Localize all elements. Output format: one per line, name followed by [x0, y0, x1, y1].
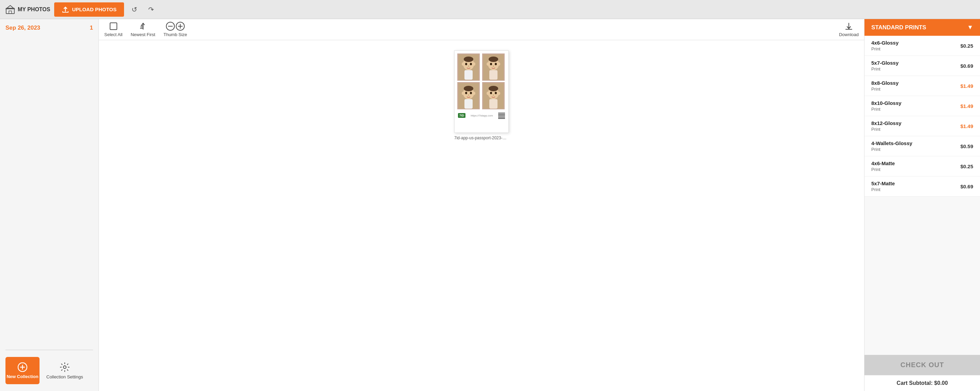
- svg-point-16: [470, 63, 472, 65]
- svg-point-41: [488, 86, 498, 91]
- print-type: Print: [871, 106, 901, 112]
- select-all-label: Select All: [104, 32, 123, 37]
- print-name: 4x6-Glossy: [871, 40, 899, 46]
- newest-first-button[interactable]: Newest First: [130, 22, 155, 37]
- print-info: 4x6-Glossy Print: [871, 40, 899, 51]
- new-collection-label: New Collection: [6, 374, 38, 379]
- cart-subtotal: Cart Subtotal: $0.00: [864, 375, 980, 391]
- svg-rect-1: [9, 11, 11, 14]
- photo-cell-4: [482, 82, 505, 109]
- photo-grid-inner: [457, 54, 506, 109]
- top-bar: MY PHOTOS UPLOAD PHOTOS ↺ ↷: [0, 0, 980, 19]
- refresh-icon: ↺: [132, 6, 137, 13]
- collection-settings-button[interactable]: Collection Settings: [46, 362, 83, 380]
- left-sidebar: Sep 26, 2023 1 New Collection Collection…: [0, 19, 99, 391]
- photo-cell-2: [482, 54, 505, 81]
- baby-photo-3: [458, 83, 479, 109]
- plus-circle-icon: [18, 362, 27, 372]
- svg-point-23: [488, 57, 498, 62]
- right-panel: STANDARD PRINTS ▼ 4x6-Glossy Print $0.25…: [864, 19, 980, 391]
- print-item[interactable]: 8x12-Glossy Print $1.49: [864, 116, 980, 136]
- download-button[interactable]: Download: [839, 22, 859, 37]
- new-collection-button[interactable]: New Collection: [5, 357, 40, 384]
- photo-filename: 7id-app-us-passport-2023-09...: [454, 135, 509, 140]
- standard-prints-label: STANDARD PRINTS: [871, 24, 926, 31]
- svg-point-26: [493, 65, 494, 67]
- print-item[interactable]: 4x6-Matte Print $0.25: [864, 156, 980, 176]
- checkbox-icon: [109, 22, 118, 31]
- svg-rect-36: [465, 99, 473, 109]
- plus-icon: [176, 22, 185, 31]
- refresh-button[interactable]: ↺: [128, 3, 141, 16]
- print-price: $1.49: [960, 123, 973, 129]
- baby-photo-2: [483, 54, 504, 80]
- print-name: 4x6-Matte: [871, 161, 895, 166]
- print-type: Print: [871, 67, 899, 72]
- print-name: 5x7-Glossy: [871, 60, 899, 66]
- print-info: 4-Wallets-Glossy Print: [871, 140, 912, 152]
- collection-settings-label: Collection Settings: [46, 374, 83, 380]
- svg-point-12: [462, 62, 465, 66]
- print-type: Print: [871, 167, 895, 172]
- sort-icon: [139, 22, 148, 31]
- print-price: $0.59: [960, 143, 973, 149]
- print-name: 8x12-Glossy: [871, 120, 901, 126]
- select-all-button[interactable]: Select All: [104, 22, 123, 37]
- svg-rect-6: [140, 27, 143, 27]
- svg-point-17: [468, 65, 469, 67]
- photo-url: https://7idapp.com: [466, 114, 498, 117]
- svg-rect-5: [141, 25, 143, 26]
- photo-logo: 7ID: [458, 113, 466, 118]
- print-item[interactable]: 8x8-Glossy Print $1.49: [864, 76, 980, 96]
- svg-point-15: [465, 63, 467, 65]
- svg-point-43: [495, 92, 497, 94]
- print-item[interactable]: 5x7-Matte Print $0.69: [864, 176, 980, 197]
- minus-icon: [166, 22, 175, 31]
- svg-point-44: [493, 94, 494, 95]
- checkout-label: CHECK OUT: [900, 361, 944, 369]
- chevron-down-icon: ▼: [967, 24, 973, 31]
- upload-photos-button[interactable]: UPLOAD PHOTOS: [54, 2, 124, 17]
- home-icon: [5, 5, 15, 14]
- standard-prints-button[interactable]: STANDARD PRINTS ▼: [864, 19, 980, 36]
- photo-cell-3: [457, 82, 480, 109]
- photo-cell-1: [457, 54, 480, 81]
- print-info: 8x10-Glossy Print: [871, 100, 901, 112]
- svg-point-35: [468, 94, 469, 95]
- checkout-button[interactable]: CHECK OUT: [864, 355, 980, 375]
- svg-point-22: [498, 62, 500, 66]
- svg-rect-27: [489, 70, 498, 80]
- photo-item[interactable]: 7ID https://7idapp.com 7id-app-us-passpo…: [454, 51, 509, 140]
- svg-point-21: [487, 62, 489, 66]
- center-content: Select All Newest First: [99, 19, 864, 391]
- sidebar-bottom: New Collection Collection Settings: [5, 350, 93, 391]
- newest-first-label: Newest First: [130, 32, 155, 37]
- thumb-size-label: Thumb Size: [164, 32, 187, 37]
- download-label: Download: [839, 32, 859, 37]
- print-name: 8x8-Glossy: [871, 80, 899, 86]
- svg-rect-18: [465, 70, 473, 80]
- download-icon: [845, 22, 853, 31]
- print-info: 8x8-Glossy Print: [871, 80, 899, 92]
- toolbar-right: Download: [839, 22, 859, 37]
- print-price: $0.69: [960, 184, 973, 189]
- print-type: Print: [871, 46, 899, 51]
- print-item[interactable]: 4x6-Glossy Print $0.25: [864, 36, 980, 56]
- print-name: 5x7-Matte: [871, 181, 895, 186]
- print-price: $0.25: [960, 164, 973, 169]
- print-name: 4-Wallets-Glossy: [871, 140, 912, 146]
- print-item[interactable]: 5x7-Glossy Print $0.69: [864, 56, 980, 76]
- print-type: Print: [871, 127, 901, 132]
- my-photos-button[interactable]: MY PHOTOS: [5, 5, 50, 14]
- print-type: Print: [871, 86, 899, 92]
- print-item[interactable]: 4-Wallets-Glossy Print $0.59: [864, 136, 980, 156]
- share-button[interactable]: ↷: [145, 3, 158, 16]
- svg-point-40: [498, 92, 500, 95]
- print-item[interactable]: 8x10-Glossy Print $1.49: [864, 96, 980, 116]
- qr-code: [498, 112, 505, 119]
- gear-icon: [60, 362, 70, 372]
- svg-point-33: [465, 92, 467, 94]
- photo-thumbnail: 7ID https://7idapp.com: [454, 51, 509, 133]
- print-price: $0.25: [960, 43, 973, 49]
- thumb-size-button[interactable]: Thumb Size: [164, 22, 187, 37]
